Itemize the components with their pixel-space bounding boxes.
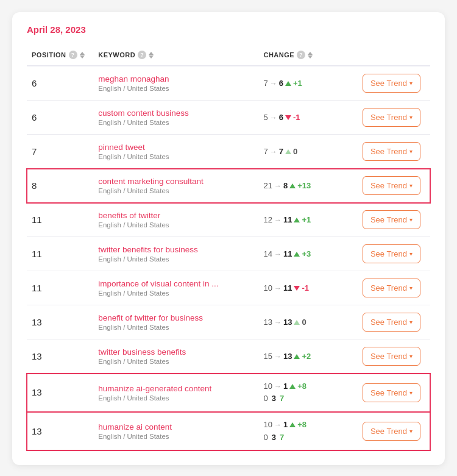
keyword-locale: English / United States (98, 358, 253, 365)
to-value: 11 (283, 283, 292, 293)
trend-up-icon (294, 354, 300, 359)
table-body: 6 meghan monaghan English / United State… (27, 66, 430, 450)
position-value: 7 (32, 146, 37, 157)
change-cell: 5 → 6 -1 (258, 101, 357, 135)
keyword-link[interactable]: benefit of twitter for business (98, 313, 253, 322)
table-row: 13 twitter business benefits English / U… (27, 339, 430, 374)
keyword-locale: English / United States (98, 153, 253, 160)
change-row: 7 → 7 0 (263, 147, 352, 156)
from-value: 15 (263, 352, 272, 361)
keyword-link[interactable]: benefits of twitter (98, 211, 253, 220)
action-cell: See Trend ▾ (358, 374, 430, 412)
delta-value: +8 (297, 381, 306, 392)
see-trend-button[interactable]: See Trend ▾ (363, 422, 420, 441)
to-value: 13 (283, 318, 292, 327)
position-value: 13 (32, 387, 42, 397)
delta-value: 0 (302, 318, 306, 327)
keyword-cell: twitter business benefits English / Unit… (93, 339, 258, 374)
position-info-icon[interactable]: ? (69, 51, 77, 59)
keyword-cell: importance of visual content in ... Engl… (93, 271, 258, 305)
position-value: 6 (32, 78, 37, 88)
trend-neutral-icon (294, 320, 300, 325)
trend-down-icon (285, 115, 291, 120)
action-cell: See Trend ▾ (358, 305, 430, 339)
keyword-sort[interactable] (149, 52, 154, 59)
change-row: 7 → 6 +1 (263, 79, 352, 88)
keyword-info-icon[interactable]: ? (138, 51, 146, 59)
see-trend-label: See Trend (370, 249, 407, 258)
position-cell: 8 (27, 169, 93, 203)
see-trend-button[interactable]: See Trend ▾ (363, 279, 420, 297)
see-trend-label: See Trend (370, 283, 407, 293)
keyword-link[interactable]: meghan monaghan (98, 74, 253, 83)
table-row: 13 humanize ai content English / United … (27, 412, 430, 450)
keyword-link[interactable]: pinned tweet (98, 143, 253, 152)
change-row: 12 → 11 +1 (263, 215, 352, 224)
see-trend-button[interactable]: See Trend ▾ (363, 176, 420, 195)
table-row: 11 benefits of twitter English / United … (27, 203, 430, 237)
keyword-link[interactable]: importance of visual content in ... (98, 279, 253, 288)
arrow-icon: → (274, 352, 282, 361)
see-trend-button[interactable]: See Trend ▾ (363, 383, 420, 402)
change-cell: 15 → 13 +2 (258, 339, 357, 374)
position-cell: 13 (27, 374, 93, 412)
change-cell: 10 → 11 -1 (258, 271, 357, 305)
see-trend-button[interactable]: See Trend ▾ (363, 142, 420, 161)
arrow-icon: → (274, 216, 282, 224)
change-sort[interactable] (308, 52, 313, 59)
see-trend-button[interactable]: See Trend ▾ (363, 108, 420, 127)
action-cell: See Trend ▾ (358, 237, 430, 271)
see-trend-label: See Trend (370, 79, 407, 88)
change-row: 13 → 13 0 (263, 318, 352, 327)
arrow-icon: → (274, 284, 282, 293)
keyword-locale: English / United States (98, 119, 253, 126)
action-cell: See Trend ▾ (358, 271, 430, 305)
table-row: 7 pinned tweet English / United States 7… (27, 135, 430, 169)
rankings-table: POSITION ? KEYWORD ? (27, 44, 430, 450)
table-row: 6 custom content business English / Unit… (27, 101, 430, 135)
change-row: 5 → 6 -1 (263, 113, 352, 122)
to-value: 7 (279, 147, 283, 156)
change-cell: 14 → 11 +3 (258, 237, 357, 271)
position-cell: 13 (27, 305, 93, 339)
change-column-header: CHANGE ? (258, 44, 357, 66)
trend-down-icon (294, 286, 300, 291)
table-row: 13 humanize ai-generated content English… (27, 374, 430, 412)
from-value: 7 (263, 79, 267, 88)
from-value: 10 (263, 381, 272, 392)
see-trend-button[interactable]: See Trend ▾ (363, 313, 420, 332)
arrow-icon: → (270, 113, 277, 122)
delta-value: +2 (302, 352, 311, 361)
delta-value: +8 (297, 419, 306, 430)
position-sort[interactable] (80, 52, 85, 59)
change-info-icon[interactable]: ? (297, 51, 305, 59)
keyword-link[interactable]: twitter business benefits (98, 347, 253, 357)
keyword-cell: benefit of twitter for business English … (93, 305, 258, 339)
change-row-1: 10 → 1 +8 (263, 419, 352, 430)
position-cell: 13 (27, 339, 93, 374)
see-trend-button[interactable]: See Trend ▾ (363, 347, 420, 366)
keyword-link[interactable]: custom content business (98, 108, 253, 118)
position-value: 6 (32, 112, 37, 123)
see-trend-label: See Trend (370, 147, 407, 156)
position-value: 13 (32, 351, 42, 361)
action-cell: See Trend ▾ (358, 169, 430, 203)
from-value-2: 0 (263, 393, 267, 404)
keyword-link[interactable]: humanize ai-generated content (98, 384, 253, 393)
delta-value-2: 7 (280, 393, 284, 404)
see-trend-button[interactable]: See Trend ▾ (363, 210, 420, 229)
keyword-locale: English / United States (98, 324, 253, 331)
change-row: 15 → 13 +2 (263, 352, 352, 361)
delta-value: -1 (302, 283, 309, 293)
to-value: 13 (283, 352, 292, 361)
rankings-container: April 28, 2023 POSITION ? KEYWORD (12, 12, 445, 465)
keyword-link[interactable]: humanize ai content (98, 422, 253, 432)
position-cell: 6 (27, 101, 93, 135)
keyword-link[interactable]: content marketing consultant (98, 177, 253, 186)
action-cell: See Trend ▾ (358, 203, 430, 237)
see-trend-button[interactable]: See Trend ▾ (363, 244, 420, 263)
keyword-link[interactable]: twitter benefits for business (98, 245, 253, 254)
change-cell: 7 → 7 0 (258, 135, 357, 169)
keyword-cell: pinned tweet English / United States (93, 135, 258, 169)
see-trend-button[interactable]: See Trend ▾ (363, 74, 420, 93)
